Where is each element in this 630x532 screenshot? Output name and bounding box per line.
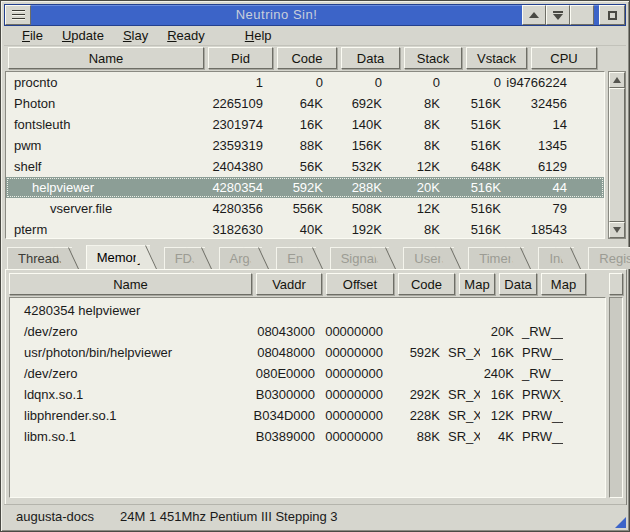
memory-row-libphrender[interactable]: libphrender.so.1 B034D000 00000000 228K …	[10, 405, 605, 426]
resize-grip[interactable]	[615, 517, 626, 528]
tab-intr[interactable]: Intr	[538, 247, 574, 269]
mem-column-header-map1[interactable]: Map	[459, 273, 495, 295]
memory-row-ldqnx[interactable]: ldqnx.so.1 B0300000 00000000 292K SR_X_ …	[10, 384, 605, 405]
process-table: Name Pid Code Data Stack Vstack CPU proc…	[5, 47, 627, 241]
process-table-scrollbar[interactable]	[608, 71, 626, 239]
process-row-helpviewer-selected[interactable]: helpviewer 4280354 592K 288K 20K 516K 44	[6, 177, 604, 198]
column-header-name[interactable]: Name	[8, 47, 204, 69]
mem-header-gutter	[609, 273, 623, 295]
menu-file[interactable]: File	[22, 28, 43, 43]
process-row-pwm[interactable]: pwm 2359319 88K 156K 8K 516K 1345	[6, 135, 604, 156]
window-controls	[522, 5, 594, 25]
window: Neutrino Sin! File Update Slay Ready Hel…	[0, 0, 630, 532]
tab-fds[interactable]: FDs	[164, 247, 205, 269]
menu-update[interactable]: Update	[62, 28, 104, 43]
process-row-fontsleuth[interactable]: fontsleuth 2301974 16K 140K 8K 516K 14	[6, 114, 604, 135]
close-button[interactable]	[599, 5, 625, 25]
memory-table-header: Name Vaddr Offset Code Map Data Map	[9, 273, 623, 295]
process-row-photon[interactable]: Photon 2265109 64K 692K 8K 516K 32456	[6, 93, 604, 114]
mem-column-header-data[interactable]: Data	[499, 273, 537, 295]
window-title: Neutrino Sin!	[31, 5, 522, 25]
memory-row-helpviewer-bin[interactable]: usr/photon/bin/helpviewer 08048000 00000…	[10, 342, 605, 363]
mem-column-header-code[interactable]: Code	[398, 273, 455, 295]
restore-button[interactable]	[546, 5, 570, 25]
close-icon	[608, 11, 617, 20]
column-header-data[interactable]: Data	[341, 47, 400, 69]
column-header-code[interactable]: Code	[277, 47, 337, 69]
collapse-icon	[529, 12, 539, 18]
memory-row-libm[interactable]: libm.so.1 B0389000 00000000 88K SR_X_ 4K…	[10, 426, 605, 447]
column-header-stack[interactable]: Stack	[404, 47, 462, 69]
mem-column-header-name[interactable]: Name	[9, 273, 252, 295]
process-row-pterm[interactable]: pterm 3182630 40K 192K 8K 516K 18543	[6, 219, 604, 239]
tab-registers[interactable]: Registers	[588, 247, 630, 269]
tab-env[interactable]: Env	[276, 247, 315, 269]
memory-table-scroll-gutter[interactable]	[609, 297, 623, 498]
tab-args[interactable]: Args	[219, 247, 263, 269]
tab-users[interactable]: Users	[403, 247, 454, 269]
mem-column-header-vaddr[interactable]: Vaddr	[256, 273, 322, 295]
window-menu-button[interactable]	[5, 5, 31, 25]
column-header-pid[interactable]: Pid	[208, 47, 273, 69]
status-hostname: augusta-docs	[16, 509, 94, 524]
restore-icon	[553, 11, 563, 20]
memory-map-list: 4280354 helpviewer /dev/zero 08043000 00…	[9, 297, 606, 498]
column-header-vstack[interactable]: Vstack	[466, 47, 527, 69]
process-row-vserver-file[interactable]: vserver.file 4280356 556K 508K 12K 516K …	[6, 198, 604, 219]
mem-column-header-offset[interactable]: Offset	[326, 273, 394, 295]
menu-help[interactable]: Help	[245, 28, 272, 43]
menu-slay[interactable]: Slay	[123, 28, 148, 43]
process-list: procnto 1 0 0 0 0 i94766224 Photon 22651…	[5, 71, 605, 239]
tab-memory[interactable]: Memory	[86, 245, 150, 269]
memory-row-process[interactable]: 4280354 helpviewer	[10, 300, 605, 321]
tab-timers[interactable]: Timers	[468, 247, 524, 269]
process-row-shelf[interactable]: shelf 2404380 56K 532K 12K 648K 6129	[6, 156, 604, 177]
maximize-button[interactable]	[570, 5, 594, 25]
status-bar: augusta-docs 24M 1 451Mhz Pentium III St…	[4, 504, 626, 528]
window-menu-icon	[12, 10, 25, 20]
memory-panel: Name Vaddr Offset Code Map Data Map 4280…	[5, 269, 627, 505]
mem-column-header-map2[interactable]: Map	[541, 273, 586, 295]
scroll-down-button[interactable]	[609, 222, 625, 238]
column-header-cpu[interactable]: CPU	[531, 47, 597, 69]
tab-bar: Threads Memory FDs Args Env Signals User…	[7, 245, 623, 269]
scroll-up-icon	[613, 77, 621, 83]
tab-signals[interactable]: Signals	[330, 247, 390, 269]
titlebar: Neutrino Sin!	[4, 4, 626, 26]
memory-row-devzero-2[interactable]: /dev/zero 080E0000 00000000 240K _RW__	[10, 363, 605, 384]
process-row-procnto[interactable]: procnto 1 0 0 0 0 i94766224	[6, 72, 604, 93]
menu-ready[interactable]: Ready	[167, 28, 205, 43]
scrollbar-thumb[interactable]	[609, 88, 625, 222]
menu-bar: File Update Slay Ready Help	[4, 26, 626, 46]
collapse-button[interactable]	[522, 5, 546, 25]
status-system-info: 24M 1 451Mhz Pentium III Stepping 3	[120, 509, 338, 524]
process-table-header: Name Pid Code Data Stack Vstack CPU	[5, 47, 627, 69]
tab-threads[interactable]: Threads	[7, 247, 72, 269]
scroll-down-icon	[613, 227, 621, 233]
scroll-up-button[interactable]	[609, 72, 625, 88]
memory-row-devzero-1[interactable]: /dev/zero 08043000 00000000 20K _RW__	[10, 321, 605, 342]
